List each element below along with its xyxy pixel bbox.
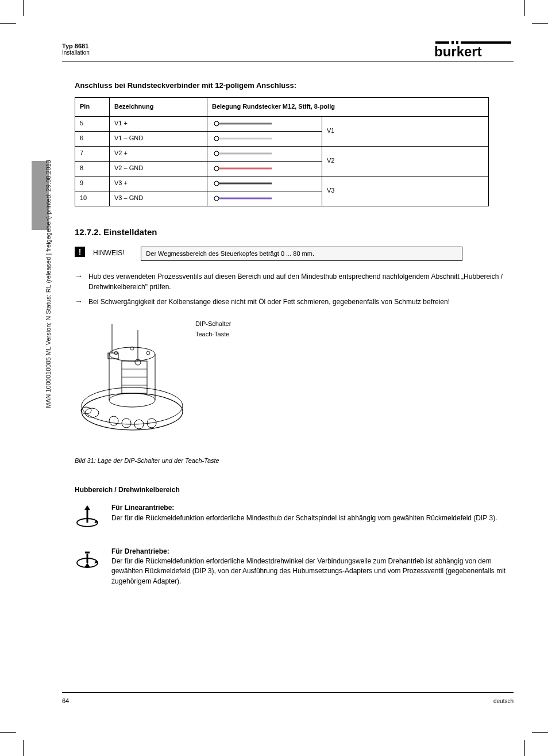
figure: DIP-Schalter Teach-Taste [75, 320, 508, 449]
crop-mark [23, 740, 24, 756]
cell-designation: V3 + [110, 176, 207, 191]
header-product-section: Installation [62, 49, 90, 56]
cell-wire [207, 191, 322, 206]
rotary-motion-icon [75, 547, 100, 575]
cell-designation: V2 – GND [110, 161, 207, 176]
arrow-icon: → [75, 297, 83, 307]
crop-mark [524, 0, 525, 16]
rotary-rotary-body: Der für die Rückmeldefunktion erforderli… [111, 557, 505, 585]
cell-assignment: V3 [322, 176, 489, 206]
table-header-assign: Belegung Rundstecker M12, Stift, 8-polig [207, 97, 489, 116]
crop-mark [0, 23, 16, 24]
svg-point-32 [122, 419, 131, 428]
svg-point-7 [214, 136, 219, 141]
svg-text:burkert: burkert [434, 44, 482, 59]
cell-pin: 8 [75, 161, 110, 176]
cell-designation: V1 – GND [110, 131, 207, 146]
page-number: 64 [62, 697, 69, 704]
crop-mark [23, 0, 24, 16]
list-item: → Bei Schwergängigkeit der Kolbenstange … [75, 297, 508, 307]
cell-wire [207, 146, 322, 161]
figure-callout-dip: DIP-Schalter [195, 320, 231, 328]
cell-assignment: V2 [322, 146, 489, 176]
svg-point-5 [214, 121, 219, 126]
crop-mark [524, 740, 525, 756]
note-box: Der Wegmessbereich des Steuerkopfes betr… [141, 247, 462, 262]
rotary-heading: Hubbereich / Drehwinkelbereich [75, 485, 508, 495]
rotary-linear-text: Für Linearantriebe: Der für die Rückmeld… [111, 503, 497, 523]
svg-point-11 [214, 166, 219, 171]
cell-wire [207, 176, 322, 191]
rotary-rotary-text: Für Drehantriebe: Der für die Rückmeldef… [111, 547, 508, 587]
figure-illustration [75, 320, 190, 449]
svg-point-15 [214, 196, 219, 201]
assignment-table: Pin Bezeichnung Belegung Rundstecker M12… [75, 97, 489, 206]
table-row: 9V3 +V3 [75, 176, 489, 191]
header-product: Typ 8681 Installation [62, 39, 90, 56]
table-header-desig: Bezeichnung [110, 97, 207, 116]
table-row: 5V1 +V1 [75, 116, 489, 131]
crop-mark [532, 23, 548, 24]
section-title: Anschluss bei Rundsteckverbinder mit 12-… [75, 80, 508, 91]
linear-motion-icon [75, 503, 100, 531]
cell-designation: V1 + [110, 116, 207, 131]
rotary-linear-body: Der für die Rückmeldefunktion erforderli… [111, 514, 497, 522]
svg-point-30 [146, 351, 150, 355]
cell-designation: V2 + [110, 146, 207, 161]
cell-pin: 10 [75, 191, 110, 206]
table-header-pin: Pin [75, 97, 110, 116]
table-row: 7V2 +V2 [75, 146, 489, 161]
figure-callouts: DIP-Schalter Teach-Taste [195, 320, 231, 340]
list-item-text: Bei Schwergängigkeit der Kolbenstange di… [88, 297, 450, 307]
page-header: Typ 8681 Installation burkert [62, 39, 514, 62]
rotary-rotary-title: Für Drehantriebe: [111, 547, 169, 555]
list-item-text: Hub des verwendeten Prozessventils auf d… [88, 271, 508, 292]
cell-pin: 6 [75, 131, 110, 146]
cell-wire [207, 161, 322, 176]
cell-designation: V3 – GND [110, 191, 207, 206]
svg-point-9 [214, 151, 219, 156]
footer-rule [62, 692, 514, 693]
svg-point-36 [85, 408, 99, 417]
rotary-row-rotary: Für Drehantriebe: Der für die Rückmeldef… [75, 547, 508, 587]
crop-mark [0, 732, 16, 733]
svg-point-22 [109, 393, 155, 407]
note-prefix: HINWEIS! [93, 247, 139, 258]
crop-mark [532, 732, 548, 733]
rotary-row-linear: Für Linearantriebe: Der für die Rückmeld… [75, 503, 508, 531]
figure-caption: Bild 31: Lage der DIP-Schalter und der T… [75, 456, 508, 466]
warning-icon: ! [75, 247, 85, 257]
list-item: → Hub des verwendeten Prozessventils auf… [75, 271, 508, 292]
cell-pin: 5 [75, 116, 110, 131]
imprint-text: MAN 1000010085 ML Version: N Status: RL … [45, 160, 52, 408]
svg-point-35 [109, 416, 118, 425]
cell-wire [207, 116, 322, 131]
subsection-title: 12.7.2. Einstelldaten [75, 226, 508, 239]
cell-pin: 7 [75, 146, 110, 161]
cell-assignment: V1 [322, 116, 489, 146]
arrow-bullet-list: → Hub des verwendeten Prozessventils auf… [75, 271, 508, 307]
rotary-linear-title: Für Linearantriebe: [111, 504, 174, 512]
header-product-type: Typ 8681 [62, 43, 90, 49]
svg-point-13 [214, 181, 219, 186]
footer-language: deutsch [493, 698, 514, 704]
arrow-icon: → [75, 271, 83, 292]
brand-logo: burkert [433, 39, 514, 59]
cell-wire [207, 131, 322, 146]
cell-pin: 9 [75, 176, 110, 191]
figure-callout-teach: Teach-Taste [195, 330, 231, 339]
